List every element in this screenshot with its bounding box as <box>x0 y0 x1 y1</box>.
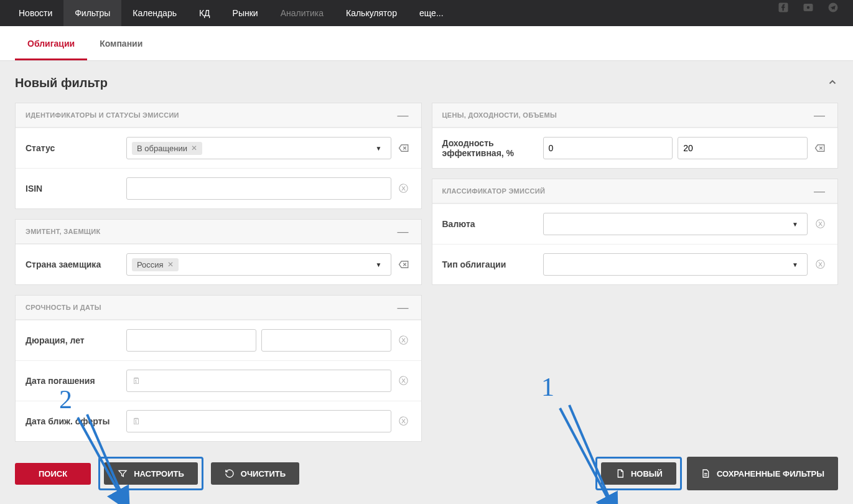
isin-clear-icon[interactable]: ⓧ <box>396 181 411 196</box>
panel-dates-collapse-icon[interactable]: — <box>395 302 411 313</box>
bond-type-label: Тип облигации <box>442 259 536 269</box>
chevron-down-icon: ▼ <box>372 261 386 268</box>
bond-type-select[interactable]: ▼ <box>543 253 808 276</box>
clear-button[interactable]: ОЧИСТИТЬ <box>211 462 299 485</box>
duration-label: Дюрация, лет <box>26 335 119 345</box>
country-chip-label: Россия <box>137 260 164 269</box>
chevron-down-icon: ▼ <box>372 145 386 152</box>
isin-input-field[interactable] <box>132 184 386 194</box>
panel-classifier: КЛАССИФИКАТОР ЭМИССИЙ — Валюта ▼ ⓧ Тип о… <box>432 179 839 285</box>
configure-button-label: НАСТРОИТЬ <box>134 469 184 478</box>
top-nav: Новости Фильтры Календарь КД Рынки Анали… <box>0 0 853 26</box>
annotation-highlight-2: НАСТРОИТЬ <box>98 457 203 490</box>
offer-input[interactable]: 🗓 <box>126 410 391 432</box>
panel-issuer: ЭМИТЕНТ, ЗАЕМЩИК — Страна заемщика Росси… <box>15 219 422 285</box>
currency-select[interactable]: ▼ <box>543 213 808 235</box>
clear-button-label: ОЧИСТИТЬ <box>241 469 286 478</box>
yield-label: Доходность эффективная, % <box>442 138 536 158</box>
status-chip-label: В обращении <box>137 144 187 153</box>
maturity-input[interactable]: 🗓 <box>126 370 391 392</box>
duration-to-input[interactable] <box>261 329 391 352</box>
isin-label: ISIN <box>26 184 119 194</box>
status-label: Статус <box>26 143 119 153</box>
nav-analytics[interactable]: Аналитика <box>269 0 335 26</box>
panel-identifiers: ИДЕНТИФИКАТОРЫ И СТАТУСЫ ЭМИССИИ — Стату… <box>15 103 422 209</box>
panel-prices-collapse-icon[interactable]: — <box>811 110 827 121</box>
panel-classifier-collapse-icon[interactable]: — <box>811 185 827 197</box>
duration-from-input[interactable] <box>126 329 256 352</box>
status-chip[interactable]: В обращении ✕ <box>132 142 202 155</box>
offer-clear-icon[interactable]: ⓧ <box>396 414 411 429</box>
maturity-clear-icon[interactable]: ⓧ <box>396 373 411 388</box>
panel-issuer-title: ЭМИТЕНТ, ЗАЕМЩИК <box>26 228 101 235</box>
saved-icon <box>701 469 711 478</box>
country-clear-icon[interactable] <box>396 257 411 272</box>
offer-label: Дата ближ. оферты <box>26 416 119 426</box>
country-select[interactable]: Россия ✕ ▼ <box>126 253 391 276</box>
currency-clear-icon[interactable]: ⓧ <box>813 217 827 231</box>
saved-filters-button-label: СОХРАНЕННЫЕ ФИЛЬТРЫ <box>717 469 824 478</box>
right-column: ЦЕНЫ, ДОХОДНОСТИ, ОБЪЕМЫ — Доходность эф… <box>432 103 839 442</box>
nav-markets[interactable]: Рынки <box>221 0 269 26</box>
panel-prices-title: ЦЕНЫ, ДОХОДНОСТИ, ОБЪЕМЫ <box>442 111 557 119</box>
nav-news[interactable]: Новости <box>7 0 63 26</box>
telegram-icon[interactable] <box>826 0 841 15</box>
collapse-page-icon[interactable] <box>827 77 838 90</box>
tab-companies[interactable]: Компании <box>87 26 155 60</box>
country-label: Страна заемщика <box>26 259 119 269</box>
yield-clear-icon[interactable] <box>813 141 827 156</box>
video-icon[interactable] <box>801 0 816 15</box>
new-button-label: НОВЫЙ <box>631 469 663 478</box>
status-chip-remove-icon[interactable]: ✕ <box>191 144 197 152</box>
configure-button[interactable]: НАСТРОИТЬ <box>104 462 198 485</box>
duration-clear-icon[interactable]: ⓧ <box>396 333 411 348</box>
yield-to-input[interactable] <box>678 137 808 159</box>
panel-identifiers-title: ИДЕНТИФИКАТОРЫ И СТАТУСЫ ЭМИССИИ <box>26 111 179 119</box>
nav-kd[interactable]: КД <box>188 0 221 26</box>
nav-calendar[interactable]: Календарь <box>121 0 188 26</box>
nav-more[interactable]: еще... <box>408 0 455 26</box>
sub-nav: Облигации Компании <box>0 26 853 61</box>
filter-icon <box>118 469 128 478</box>
panel-identifiers-collapse-icon[interactable]: — <box>395 110 411 121</box>
tab-bonds[interactable]: Облигации <box>15 26 87 60</box>
maturity-label: Дата погашения <box>26 376 119 386</box>
country-chip-remove-icon[interactable]: ✕ <box>167 260 174 269</box>
annotation-highlight-1: НОВЫЙ <box>595 457 682 490</box>
facebook-icon[interactable] <box>776 0 791 15</box>
left-column: ИДЕНТИФИКАТОРЫ И СТАТУСЫ ЭМИССИИ — Стату… <box>15 103 422 442</box>
status-clear-icon[interactable] <box>396 141 411 156</box>
saved-filters-button[interactable]: СОХРАНЕННЫЕ ФИЛЬТРЫ <box>687 457 838 490</box>
new-button[interactable]: НОВЫЙ <box>601 462 676 485</box>
page-title: Новый фильтр <box>15 76 108 90</box>
panel-issuer-collapse-icon[interactable]: — <box>395 226 411 237</box>
panel-prices: ЦЕНЫ, ДОХОДНОСТИ, ОБЪЕМЫ — Доходность эф… <box>432 103 839 169</box>
country-chip[interactable]: Россия ✕ <box>132 258 179 271</box>
panel-dates-title: СРОЧНОСТЬ И ДАТЫ <box>26 304 101 311</box>
footer-bar: ПОИСК НАСТРОИТЬ ОЧИСТИТЬ НОВЫЙ СОХРАНЕНН… <box>15 442 838 495</box>
chevron-down-icon: ▼ <box>788 221 802 228</box>
panel-classifier-title: КЛАССИФИКАТОР ЭМИССИЙ <box>442 187 546 195</box>
status-select[interactable]: В обращении ✕ ▼ <box>126 137 391 159</box>
reset-icon <box>225 469 235 478</box>
search-button[interactable]: ПОИСК <box>15 463 91 485</box>
document-icon <box>615 469 625 478</box>
yield-from-input[interactable] <box>543 137 673 159</box>
bond-type-clear-icon[interactable]: ⓧ <box>813 257 827 272</box>
panel-dates: СРОЧНОСТЬ И ДАТЫ — Дюрация, лет ⓧ Дата п… <box>15 295 422 442</box>
calendar-icon: 🗓 <box>132 416 141 426</box>
isin-input[interactable] <box>126 177 391 200</box>
svg-point-2 <box>807 6 810 9</box>
calendar-icon: 🗓 <box>132 376 141 386</box>
nav-filters[interactable]: Фильтры <box>63 0 121 26</box>
currency-label: Валюта <box>442 219 536 229</box>
chevron-down-icon: ▼ <box>788 261 802 268</box>
nav-calculator[interactable]: Калькулятор <box>335 0 408 26</box>
